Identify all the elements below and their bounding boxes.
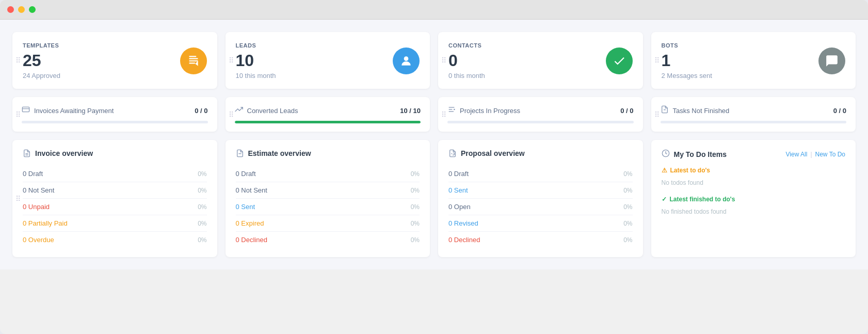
invoices-metric-title: Invoices Awaiting Payment [34, 107, 114, 115]
invoice-item-3-pct: 0% [198, 220, 206, 227]
tasks-metric-icon [661, 105, 669, 116]
converted-progress-bg [235, 121, 421, 123]
todo-card: My To Do Items View All | New To Do ⚠ La… [651, 140, 856, 257]
drag-handle: ⠿ [654, 110, 660, 119]
metric-cards-row: ⠿ Invoices Awaiting Payment 0 / 0 [12, 97, 856, 132]
projects-metric-value: 0 / 0 [620, 107, 633, 115]
titlebar [0, 0, 868, 20]
contacts-value: 0 [448, 52, 485, 70]
bots-icon [818, 47, 845, 74]
bots-value: 1 [662, 52, 712, 70]
list-item: 0 Sent 0% [448, 182, 633, 199]
invoice-item-0-pct: 0% [198, 170, 206, 178]
tasks-metric-title: Tasks Not Finished [673, 107, 730, 115]
proposal-item-4-pct: 0% [623, 236, 632, 244]
proposal-item-1-label[interactable]: 0 Sent [448, 186, 468, 194]
stat-card-bots: ⠿ BOTS 1 2 Messages sent [651, 32, 856, 89]
todo-title: My To Do Items [674, 150, 727, 158]
proposal-item-2-label: 0 Open [448, 203, 471, 211]
invoice-item-1-pct: 0% [198, 187, 206, 194]
list-item: 0 Overdue 0% [23, 232, 207, 248]
estimate-item-4-label[interactable]: 0 Declined [236, 236, 267, 244]
contacts-sub: 0 this month [448, 72, 485, 79]
invoice-item-4-label[interactable]: 0 Overdue [23, 236, 54, 244]
estimate-item-0-label: 0 Draft [236, 170, 256, 178]
invoice-item-2-pct: 0% [198, 203, 206, 211]
estimate-item-2-label[interactable]: 0 Sent [236, 203, 255, 211]
estimate-overview-card: Estimate overview 0 Draft 0% 0 Not Sent … [226, 140, 430, 257]
bots-sub: 2 Messages sent [662, 72, 712, 79]
drag-handle: ⠿ [654, 56, 660, 65]
estimate-item-3-pct: 0% [411, 220, 420, 227]
minimize-button[interactable] [18, 6, 25, 13]
list-item: 0 Declined 0% [236, 232, 420, 248]
estimate-item-2-pct: 0% [411, 203, 420, 211]
window: ⠿ TEMPLATES 25 24 Approved [0, 0, 868, 334]
invoice-item-1-label: 0 Not Sent [23, 186, 54, 194]
stat-card-leads: ⠿ LEADS 10 10 this month [226, 32, 430, 89]
converted-progress-fill [235, 121, 421, 123]
stat-card-contacts: ⠿ CONTACTS 0 0 this month [438, 32, 643, 89]
estimate-overview-icon [236, 149, 244, 157]
drag-handle: ⠿ [441, 110, 446, 119]
proposal-overview-title: Proposal overview [461, 149, 525, 157]
estimate-item-1-pct: 0% [411, 187, 420, 194]
contacts-icon [606, 47, 633, 74]
no-todos-text: No todos found [662, 177, 846, 188]
proposal-overview-card: Proposal overview 0 Draft 0% 0 Sent 0% 0… [438, 140, 643, 257]
estimate-overview-items: 0 Draft 0% 0 Not Sent 0% 0 Sent 0% 0 Exp… [236, 166, 420, 248]
estimate-item-0-pct: 0% [411, 170, 420, 178]
list-item: 0 Sent 0% [236, 199, 420, 215]
proposal-item-3-label[interactable]: 0 Revised [448, 219, 478, 227]
invoice-item-4-pct: 0% [198, 236, 206, 244]
metric-card-invoices: ⠿ Invoices Awaiting Payment 0 / 0 [12, 97, 217, 132]
proposal-overview-items: 0 Draft 0% 0 Sent 0% 0 Open 0% 0 Revised… [448, 166, 633, 248]
main-content: ⠿ TEMPLATES 25 24 Approved [0, 20, 868, 269]
estimate-item-4-pct: 0% [411, 236, 420, 244]
invoice-overview-icon [23, 149, 31, 157]
warning-icon: ⚠ [662, 167, 667, 174]
invoice-item-2-label[interactable]: 0 Unpaid [23, 203, 50, 211]
new-todo-link[interactable]: New To Do [815, 151, 845, 158]
leads-sub: 10 this month [236, 72, 276, 79]
projects-metric-title: Projects In Progress [460, 107, 520, 115]
templates-icon [180, 47, 207, 74]
no-finished-text: No finished todos found [662, 206, 846, 217]
leads-icon [393, 47, 420, 74]
latest-finished-title: ✓ Latest finished to do's [662, 196, 846, 203]
stat-card-templates: ⠿ TEMPLATES 25 24 Approved [12, 32, 217, 89]
list-item: 0 Not Sent 0% [23, 182, 207, 199]
proposal-item-1-pct: 0% [623, 187, 632, 194]
metric-card-projects: ⠿ Projects In Progress [438, 97, 643, 132]
metric-card-converted: ⠿ Converted Leads 10 / 10 [226, 97, 430, 132]
svg-rect-0 [189, 56, 196, 57]
list-item: 0 Declined 0% [448, 232, 633, 248]
proposal-item-0-pct: 0% [623, 170, 632, 178]
estimate-item-1-label: 0 Not Sent [236, 186, 267, 194]
templates-value: 25 [23, 52, 60, 70]
list-item: 0 Revised 0% [448, 215, 633, 232]
stat-cards-row: ⠿ TEMPLATES 25 24 Approved [12, 32, 856, 89]
checkmark-icon: ✓ [662, 196, 667, 203]
list-item: 0 Unpaid 0% [23, 199, 207, 215]
latest-todos-section: ⚠ Latest to do's No todos found [662, 167, 846, 188]
close-button[interactable] [7, 6, 14, 13]
leads-value: 10 [236, 52, 276, 70]
converted-metric-icon [235, 105, 243, 116]
estimate-item-3-label[interactable]: 0 Expired [236, 219, 264, 227]
invoices-metric-value: 0 / 0 [195, 107, 207, 115]
invoice-overview-items: 0 Draft 0% 0 Not Sent 0% 0 Unpaid 0% 0 P… [23, 166, 207, 248]
svg-rect-2 [189, 60, 198, 61]
view-all-link[interactable]: View All [786, 151, 808, 158]
list-item: 0 Open 0% [448, 199, 633, 215]
drag-handle: ⠿ [229, 56, 234, 65]
leads-label: LEADS [236, 42, 276, 49]
todo-clock-icon [662, 149, 670, 160]
maximize-button[interactable] [29, 6, 36, 13]
latest-todos-title: ⚠ Latest to do's [662, 167, 846, 174]
todo-link-divider: | [810, 151, 812, 158]
drag-handle: ⠿ [229, 110, 234, 119]
proposal-item-4-label[interactable]: 0 Declined [448, 236, 480, 244]
invoice-item-3-label[interactable]: 0 Partially Paid [23, 219, 68, 227]
svg-rect-5 [22, 107, 29, 112]
